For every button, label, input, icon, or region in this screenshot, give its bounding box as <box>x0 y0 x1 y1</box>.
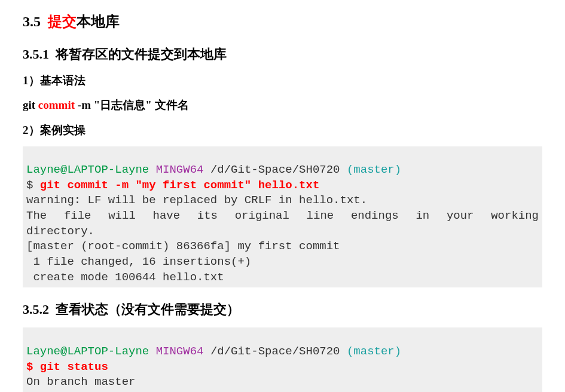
syntax-pre: git <box>23 99 38 111</box>
heading-3-5: 3.5 提交本地库 <box>23 11 542 32</box>
heading-number: 3.5 <box>23 14 41 29</box>
terminal-block-1: Layne@LAPTOP-Layne MINGW64 /d/Git-Space/… <box>23 146 542 288</box>
terminal-block-2: Layne@LAPTOP-Layne MINGW64 /d/Git-Space/… <box>23 327 542 392</box>
syntax-keyword: commit <box>38 99 75 111</box>
prompt-branch: (master) <box>347 163 401 176</box>
heading-text: 查看状态（没有文件需要提交） <box>56 302 240 317</box>
output-line: create mode 100644 hello.txt <box>26 271 224 284</box>
output-line: [master (root-commit) 86366fa] my first … <box>26 240 340 253</box>
subheading-example: 2）案例实操 <box>23 122 542 139</box>
syntax-post: -m "日志信息" 文件名 <box>75 99 189 111</box>
prompt-user: Layne@LAPTOP-Layne <box>26 345 149 358</box>
prompt-path: /d/Git-Space/SH0720 <box>210 163 340 176</box>
output-line: On branch master <box>26 375 135 388</box>
heading-number: 3.5.1 <box>23 47 49 62</box>
output-line: The file will have its original line end… <box>26 209 539 224</box>
heading-highlight: 提交 <box>48 14 77 29</box>
command-text: git commit -m "my first commit" hello.tx… <box>40 179 319 192</box>
prompt-system: MINGW64 <box>156 163 204 176</box>
heading-3-5-1: 3.5.1 将暂存区的文件提交到本地库 <box>23 44 542 64</box>
subheading-basic-syntax: 1）基本语法 <box>23 72 542 90</box>
heading-text: 将暂存区的文件提交到本地库 <box>56 47 227 62</box>
heading-number: 3.5.2 <box>23 302 49 317</box>
prompt-user: Layne@LAPTOP-Layne <box>26 163 149 176</box>
prompt-system: MINGW64 <box>156 345 204 358</box>
document-page: 3.5 提交本地库 3.5.1 将暂存区的文件提交到本地库 1）基本语法 git… <box>0 0 565 392</box>
output-line: 1 file changed, 16 insertions(+) <box>26 255 251 268</box>
output-line: directory. <box>26 225 94 238</box>
command-text: $ git status <box>26 360 108 373</box>
prompt-dollar: $ <box>26 179 40 192</box>
prompt-branch: (master) <box>347 345 401 358</box>
heading-3-5-2: 3.5.2 查看状态（没有文件需要提交） <box>23 299 542 319</box>
heading-rest: 本地库 <box>77 14 120 29</box>
prompt-path: /d/Git-Space/SH0720 <box>210 345 340 358</box>
output-line: warning: LF will be replaced by CRLF in … <box>26 194 367 207</box>
syntax-line: git commit -m "日志信息" 文件名 <box>23 97 542 114</box>
